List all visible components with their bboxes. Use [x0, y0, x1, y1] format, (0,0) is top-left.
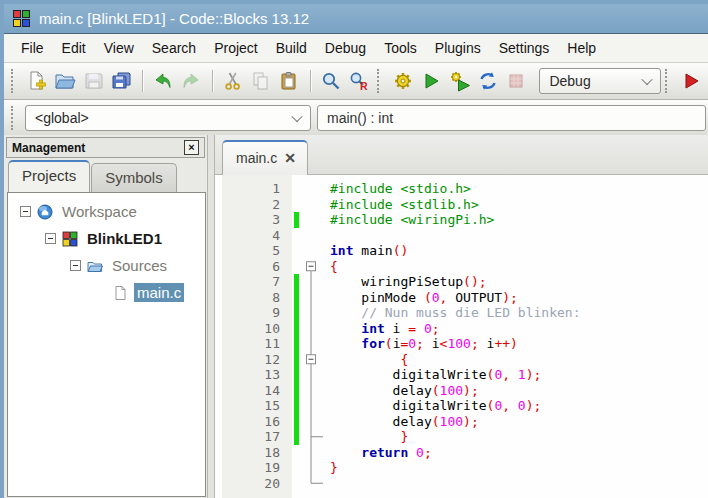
line-number: 12	[222, 352, 280, 368]
tree-item-workspace[interactable]: Workspace	[8, 198, 205, 225]
menu-debug[interactable]: Debug	[316, 36, 375, 60]
save-icon	[83, 70, 105, 92]
code-line-12: 12 {	[215, 352, 708, 368]
collapse-expander-icon[interactable]	[45, 233, 56, 244]
code-line-18: 18 return 0;	[215, 445, 708, 461]
change-bar	[294, 367, 299, 383]
new-file-button[interactable]	[24, 67, 50, 95]
build-target-value: Debug	[549, 73, 590, 89]
menu-search[interactable]: Search	[143, 36, 205, 60]
code-text: int main()	[330, 243, 408, 259]
new-file-icon	[26, 70, 48, 92]
menu-edit[interactable]: Edit	[53, 36, 95, 60]
code-line-5: 5int main()	[215, 243, 708, 259]
change-bar	[294, 243, 299, 259]
panel-splitter[interactable]	[207, 135, 215, 498]
change-bar	[294, 290, 299, 306]
function-value: main() : int	[327, 110, 393, 126]
code-line-14: 14 delay(100);	[215, 383, 708, 399]
code-text: #include <stdio.h>	[330, 181, 471, 197]
toolbar-grip[interactable]	[665, 69, 670, 93]
code-text: return 0;	[330, 445, 432, 461]
menu-project[interactable]: Project	[205, 36, 267, 60]
management-title: Management	[12, 141, 85, 155]
line-number: 8	[222, 290, 280, 306]
line-number: 19	[222, 460, 280, 476]
menu-help[interactable]: Help	[558, 36, 605, 60]
tab-symbols[interactable]: Symbols	[91, 163, 177, 192]
rebuild-button[interactable]	[475, 67, 501, 95]
tree-item-sources[interactable]: Sources	[8, 252, 205, 279]
copy-button	[248, 67, 274, 95]
toolbar-grip[interactable]	[11, 69, 16, 93]
line-number: 20	[222, 476, 280, 492]
change-bar	[294, 259, 299, 275]
debug-continue-button[interactable]	[678, 67, 704, 95]
code-editor[interactable]: 1#include <stdio.h>2#include <stdlib.h>3…	[215, 175, 708, 498]
chevron-down-icon	[641, 74, 652, 85]
replace-button[interactable]	[346, 67, 372, 95]
code-text: delay(100);	[330, 414, 479, 430]
tree-item-blinkled1[interactable]: BlinkLED1	[8, 225, 205, 252]
cut-button[interactable]	[220, 67, 246, 95]
build-button[interactable]	[390, 67, 416, 95]
menu-file[interactable]: File	[12, 36, 53, 60]
save-all-button[interactable]	[109, 67, 135, 95]
find-button[interactable]	[317, 67, 343, 95]
file-icon	[112, 285, 128, 301]
tree-item-label: main.c	[134, 283, 184, 302]
code-line-7: 7 wiringPiSetup();	[215, 274, 708, 290]
rebuild-icon	[477, 70, 499, 92]
toolbar-separator	[212, 70, 213, 92]
toolbar-grip[interactable]	[377, 69, 382, 93]
code-text: pinMode (0, OUTPUT);	[330, 290, 518, 306]
window-title: main.c [BlinkLED1] - Code::Blocks 13.12	[39, 10, 309, 27]
run-icon	[420, 70, 442, 92]
code-text: }	[330, 429, 408, 445]
menu-tools[interactable]: Tools	[375, 36, 426, 60]
paste-button[interactable]	[276, 67, 302, 95]
editor-tab-mainc[interactable]: main.c ✕	[222, 140, 308, 175]
change-bar	[294, 336, 299, 352]
run-button[interactable]	[418, 67, 444, 95]
build-run-icon	[449, 70, 471, 92]
line-number: 13	[222, 367, 280, 383]
menu-settings[interactable]: Settings	[490, 36, 559, 60]
change-bar	[294, 460, 299, 476]
function-select[interactable]: main() : int	[317, 105, 706, 131]
tree-item-label: BlinkLED1	[84, 229, 165, 248]
management-close-button[interactable]: ×	[184, 140, 199, 155]
toolbar-grip[interactable]	[11, 106, 16, 130]
code-line-13: 13 digitalWrite(0, 1);	[215, 367, 708, 383]
collapse-expander-icon[interactable]	[70, 260, 81, 271]
code-line-8: 8 pinMode (0, OUTPUT);	[215, 290, 708, 306]
editor-area: main.c ✕ 1#include <stdio.h>2#include <s…	[215, 135, 708, 498]
scope-select[interactable]: <global>	[25, 105, 311, 131]
change-bar	[294, 197, 299, 213]
menu-view[interactable]: View	[95, 36, 143, 60]
collapse-expander-icon[interactable]	[20, 206, 31, 217]
change-bar	[294, 212, 299, 228]
editor-tab-bar: main.c ✕	[215, 135, 708, 175]
tab-close-icon[interactable]: ✕	[284, 151, 296, 165]
code-line-11: 11 for(i=0; i<100; i++)	[215, 336, 708, 352]
open-folder-icon	[54, 70, 76, 92]
menu-plugins[interactable]: Plugins	[426, 36, 490, 60]
code-text: digitalWrite(0, 1);	[330, 367, 541, 383]
open-file-button[interactable]	[52, 67, 78, 95]
folder-icon	[87, 258, 103, 274]
find-icon	[320, 70, 342, 92]
code-line-4: 4	[215, 228, 708, 244]
tab-projects[interactable]: Projects	[8, 160, 90, 192]
line-number: 4	[222, 228, 280, 244]
code-text: int i = 0;	[330, 321, 440, 337]
undo-button[interactable]	[150, 67, 176, 95]
menu-build[interactable]: Build	[267, 36, 316, 60]
management-tabs: ProjectsSymbols	[8, 161, 178, 192]
tree-item-label: Sources	[109, 256, 170, 275]
redo-button	[178, 67, 204, 95]
build-run-button[interactable]	[447, 67, 473, 95]
code-line-17: 17 }	[215, 429, 708, 445]
build-target-select[interactable]: Debug	[539, 68, 660, 94]
tree-item-main-c[interactable]: main.c	[8, 279, 205, 306]
